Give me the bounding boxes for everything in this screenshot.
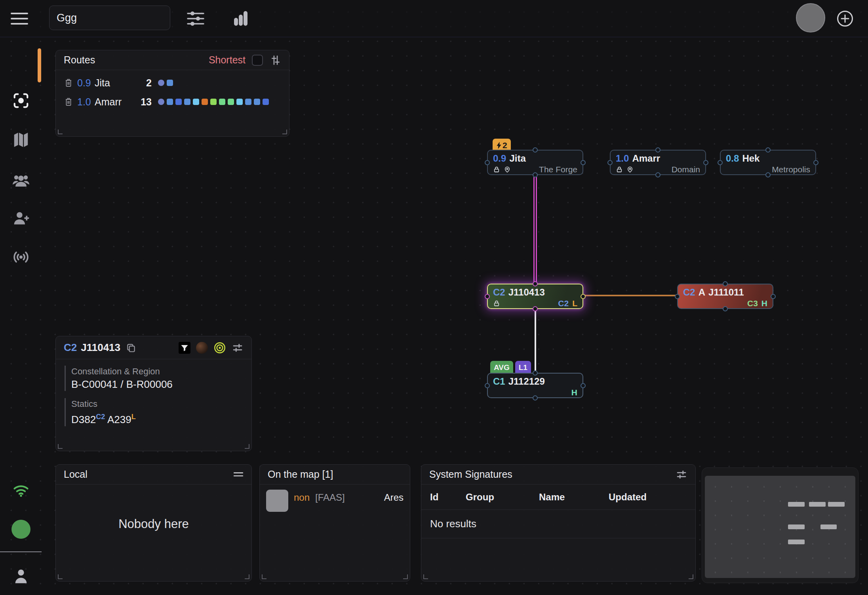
resize-handle-bottom-right[interactable] bbox=[403, 574, 408, 579]
sidebar-item-add-character[interactable] bbox=[0, 210, 42, 227]
node-handle-bottom[interactable] bbox=[723, 306, 728, 311]
resize-handle-bottom-right[interactable] bbox=[245, 444, 249, 449]
node-handle-bottom[interactable] bbox=[533, 172, 538, 177]
autopilot-target-icon[interactable] bbox=[213, 341, 226, 354]
signatures-column-header[interactable]: Group bbox=[466, 492, 539, 503]
resize-handle-bottom-right[interactable] bbox=[245, 574, 249, 579]
node-handle-right[interactable] bbox=[581, 383, 586, 388]
corp-ticker: [FAAS] bbox=[315, 492, 345, 503]
node-handle-top[interactable] bbox=[533, 147, 538, 153]
node-handle-left[interactable] bbox=[485, 160, 490, 165]
routes-title: Routes bbox=[64, 54, 209, 66]
region-name: Metropolis bbox=[772, 165, 810, 174]
edge-j110413-j112129[interactable] bbox=[535, 308, 536, 373]
node-handle-left[interactable] bbox=[607, 160, 613, 165]
resize-handle-bottom-left[interactable] bbox=[262, 574, 266, 579]
signatures-empty-message: No results bbox=[421, 510, 695, 538]
wifi-icon bbox=[12, 482, 30, 499]
node-handle-top[interactable] bbox=[655, 147, 661, 153]
signatures-column-header[interactable]: Name bbox=[539, 492, 609, 503]
delete-route-icon[interactable] bbox=[64, 97, 77, 107]
node-handle-right[interactable] bbox=[581, 160, 586, 165]
node-handle-left[interactable] bbox=[718, 160, 723, 165]
resize-handle-bottom-right[interactable] bbox=[282, 130, 287, 134]
delete-route-icon[interactable] bbox=[64, 78, 77, 88]
system-node-hek[interactable]: 0.8 Hek Metropolis bbox=[720, 150, 816, 175]
node-handle-right[interactable] bbox=[581, 294, 586, 299]
edge-j110413-j111011[interactable] bbox=[583, 295, 677, 296]
wormhole-class: C2 bbox=[493, 287, 505, 298]
static-sec-sup: L bbox=[131, 413, 136, 421]
user-avatar[interactable] bbox=[796, 3, 825, 32]
route-row[interactable]: 1.0 Amarr 13 bbox=[56, 94, 289, 110]
resize-handle-bottom-left[interactable] bbox=[58, 444, 63, 449]
node-handle-right[interactable] bbox=[771, 294, 776, 299]
shortest-checkbox[interactable] bbox=[252, 55, 263, 66]
signatures-column-header[interactable]: Id bbox=[430, 492, 466, 503]
broadcast-icon bbox=[11, 248, 30, 267]
sidebar-item-broadcast[interactable] bbox=[0, 248, 42, 267]
node-handle-bottom[interactable] bbox=[533, 395, 538, 400]
top-bar bbox=[0, 0, 868, 37]
system-node-j111011[interactable]: C2 A J111011 C3 H bbox=[677, 284, 773, 309]
filter-icon[interactable] bbox=[179, 342, 190, 354]
local-list-options-icon[interactable] bbox=[233, 471, 244, 479]
resize-handle-bottom-right[interactable] bbox=[689, 574, 693, 579]
route-jump-count: 13 bbox=[137, 96, 152, 108]
node-handle-left[interactable] bbox=[675, 294, 680, 299]
status-dot bbox=[11, 520, 30, 539]
node-handle-right[interactable] bbox=[813, 160, 819, 165]
minimap-node-bar bbox=[828, 502, 845, 507]
route-segment bbox=[202, 99, 208, 105]
routes-settings-icon[interactable] bbox=[270, 55, 281, 66]
system-node-amarr[interactable]: 1.0 Amarr Domain bbox=[610, 150, 706, 175]
sidebar-item-profile[interactable] bbox=[0, 567, 42, 585]
node-handle-left[interactable] bbox=[485, 294, 490, 299]
signatures-settings-icon[interactable] bbox=[676, 469, 687, 481]
system-info-panel: C2 J110413 bbox=[55, 336, 252, 451]
system-name: J110413 bbox=[508, 287, 545, 298]
character-portrait[interactable] bbox=[196, 342, 208, 354]
route-segment bbox=[219, 99, 225, 105]
route-segment bbox=[228, 99, 234, 105]
route-segments bbox=[158, 80, 173, 86]
node-handle-top[interactable] bbox=[533, 281, 538, 286]
pilot-portrait bbox=[266, 490, 288, 512]
pilot-row[interactable]: non [FAAS] Ares bbox=[260, 484, 410, 517]
add-icon[interactable] bbox=[836, 10, 854, 27]
system-node-j112129[interactable]: C1 J112129 H bbox=[487, 373, 583, 398]
sidebar-item-tracking[interactable] bbox=[0, 92, 42, 110]
edge-jita-j110413[interactable] bbox=[533, 177, 537, 284]
static-security: H bbox=[571, 388, 577, 397]
map-name-input[interactable] bbox=[49, 6, 170, 30]
minimap-node-bar bbox=[788, 502, 805, 507]
node-handle-bottom[interactable] bbox=[655, 172, 661, 177]
map-settings-sliders-icon[interactable] bbox=[187, 11, 204, 27]
menu-icon[interactable] bbox=[10, 11, 29, 26]
node-handle-bottom[interactable] bbox=[765, 172, 771, 177]
system-node-jita[interactable]: 0.9 Jita The Forge bbox=[487, 150, 583, 175]
minimap-canvas[interactable] bbox=[705, 476, 855, 578]
minimap[interactable] bbox=[702, 467, 858, 583]
static-class-sup: C2 bbox=[96, 413, 105, 421]
activity-chart-icon[interactable] bbox=[232, 10, 249, 27]
sidebar-item-characters[interactable] bbox=[0, 171, 42, 190]
node-handle-bottom[interactable] bbox=[533, 306, 538, 311]
node-handle-top[interactable] bbox=[533, 370, 538, 376]
route-segment bbox=[254, 99, 260, 105]
resize-handle-bottom-left[interactable] bbox=[423, 574, 428, 579]
node-handle-right[interactable] bbox=[703, 160, 708, 165]
node-handle-left[interactable] bbox=[485, 383, 490, 388]
route-row[interactable]: 0.9 Jita 2 bbox=[56, 75, 289, 91]
routes-mode-label: Shortest bbox=[209, 54, 246, 66]
system-name: Amarr bbox=[632, 153, 660, 164]
resize-handle-bottom-left[interactable] bbox=[58, 130, 63, 134]
signatures-column-header[interactable]: Updated bbox=[609, 492, 687, 503]
sidebar-item-maps[interactable] bbox=[0, 131, 42, 149]
system-settings-icon[interactable] bbox=[232, 342, 244, 354]
resize-handle-bottom-left[interactable] bbox=[58, 574, 63, 579]
copy-icon[interactable] bbox=[126, 343, 136, 353]
node-handle-top[interactable] bbox=[723, 281, 728, 286]
system-node-j110413-selected[interactable]: C2 J110413 C2 L bbox=[487, 284, 583, 309]
node-handle-top[interactable] bbox=[765, 147, 771, 153]
